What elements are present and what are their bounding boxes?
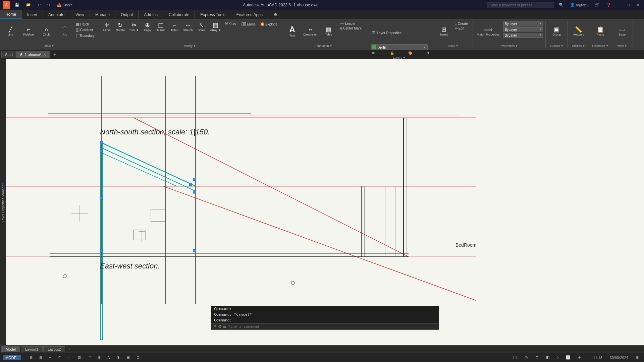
bylayer-color[interactable]: ByLayer▼ [503, 21, 543, 26]
groups-panel-title[interactable]: Groups ▼ [550, 44, 563, 48]
quick-access-open[interactable]: 📂 [24, 2, 33, 8]
status-viewcube[interactable]: ⬜ [563, 355, 573, 360]
help-button[interactable]: ❓ [604, 2, 613, 8]
quick-access-redo[interactable]: ↪ [45, 2, 52, 8]
status-workspace[interactable]: ⚙ [533, 355, 541, 360]
command-input-bar[interactable]: ✕ ⚙ ☰ [211, 323, 439, 329]
cad-drawing[interactable]: North-south section; scale: 1|150. East-… [6, 59, 644, 347]
tool-dimension[interactable]: ↔ Dimension [302, 21, 319, 42]
tool-measure[interactable]: 📏 Measure [570, 21, 587, 42]
status-dyn[interactable]: ⊕ [95, 355, 103, 360]
layout-tab-layout1[interactable]: Layout1 [21, 346, 43, 352]
quick-access-share[interactable]: 📤 Share [55, 2, 74, 8]
layout-tab-layout2[interactable]: Layout2 [43, 346, 65, 352]
layout-tab-model[interactable]: Model [1, 346, 20, 352]
add-layout-button[interactable]: ＋ [66, 346, 74, 352]
tool-erase[interactable]: ⌫Erase [239, 21, 257, 27]
quick-access-save[interactable]: 💾 [13, 2, 21, 8]
tool-edit-block[interactable]: ✏Edit [454, 26, 471, 31]
tool-07copy[interactable]: 07 Copy [224, 21, 238, 26]
tool-rotate[interactable]: ↻ Rotate [114, 21, 126, 33]
modify-panel-title[interactable]: Modify ▼ [184, 44, 196, 48]
drawing-area[interactable]: [-][Top][2D Wireframe] N W TOP WCS [6, 59, 644, 347]
tool-boundary[interactable]: ⬚Boundary [74, 33, 96, 38]
taskbar-start[interactable]: ⊞ [633, 355, 641, 360]
bylayer-linetype[interactable]: ByLayer▼ [503, 27, 543, 32]
clipboard-panel-title[interactable]: Clipboard ▼ [592, 44, 608, 48]
tool-group[interactable]: ▣ Group [548, 21, 565, 42]
annotation-panel-title[interactable]: Annotation ▼ [314, 44, 332, 48]
new-tab-button[interactable]: ＋ [50, 51, 60, 58]
tool-mirror[interactable]: ◫ Mirror [155, 21, 167, 33]
tool-circle[interactable]: ○ Circle [38, 21, 55, 42]
tool-arc[interactable]: ⌒ Arc [56, 21, 73, 42]
uhouse-tab-close[interactable]: ✕ [43, 53, 46, 57]
tool-array[interactable]: ▦ Array ▼ [209, 21, 222, 33]
tab-output[interactable]: Output [115, 10, 139, 19]
draw-panel-title[interactable]: Draw ▼ [44, 44, 54, 48]
tab-insert[interactable]: Insert [22, 10, 43, 19]
tab-view[interactable]: View [70, 10, 90, 19]
maximize-button[interactable]: □ [625, 2, 632, 8]
tool-move[interactable]: ✛ Move [101, 21, 113, 33]
tool-explode[interactable]: 💥Explode [258, 21, 279, 27]
tool-paste[interactable]: 📋 Paste [592, 21, 609, 42]
status-polar[interactable]: ↺ [55, 355, 63, 360]
tool-layer-properties[interactable]: ≡ Layer Properties [371, 23, 403, 43]
tool-base[interactable]: ▭ Base [614, 21, 631, 42]
user-account[interactable]: 👤 brgtab2 [568, 2, 590, 8]
cmd-settings-icon[interactable]: ⚙ [218, 324, 222, 329]
status-snap[interactable]: ⊟ [37, 355, 45, 360]
keyword-search[interactable] [487, 2, 554, 8]
properties-panel-title[interactable]: Properties ▼ [501, 44, 518, 48]
tab-manage[interactable]: Manage [90, 10, 115, 19]
tool-hatch[interactable]: ▦Hatch [74, 21, 96, 27]
status-lw[interactable]: A [105, 355, 112, 360]
tab-featuredapps[interactable]: Featured Apps [231, 10, 268, 19]
tool-polyline[interactable]: ⌐ Polyline [20, 21, 37, 42]
status-transparency[interactable]: ◑ [114, 355, 122, 360]
status-ducs[interactable]: ⬚ [85, 355, 94, 360]
status-isometric[interactable]: ◊ [554, 355, 561, 360]
layer-settings[interactable]: ⚙ [425, 51, 442, 55]
minimize-button[interactable]: ─ [616, 2, 623, 8]
status-annotation-scale[interactable]: 1:1 [509, 355, 520, 360]
command-input-field[interactable] [228, 324, 437, 329]
tool-line[interactable]: ╱ Line [2, 21, 19, 42]
autodesk-account[interactable]: 🛒 [593, 2, 602, 8]
block-panel-title[interactable]: Block ▼ [448, 44, 459, 48]
layer-selector[interactable]: perfil ▼ [371, 44, 428, 50]
tab-collaborate[interactable]: Collaborate [163, 10, 195, 19]
tool-insert[interactable]: ⊞ Insert [436, 21, 452, 42]
tab-home[interactable]: Home [0, 10, 22, 19]
status-annotation-visibility[interactable]: ◎ [522, 355, 531, 360]
status-selection[interactable]: ▣ [124, 355, 132, 360]
status-units[interactable]: ◧ [543, 355, 552, 360]
tool-scale[interactable]: ⤡ Scale [195, 21, 207, 33]
layer-color[interactable]: 🎨 [407, 51, 424, 55]
layer-lock[interactable]: 🔒 [389, 51, 406, 55]
utilities-panel-title[interactable]: Utilities ▼ [572, 44, 585, 48]
cmd-close-icon[interactable]: ✕ [213, 324, 217, 329]
tab-annotate[interactable]: Annotate [43, 10, 70, 19]
cmd-history-icon[interactable]: ☰ [223, 324, 227, 329]
tool-stretch[interactable]: ↔ Stretch [182, 21, 194, 33]
tab-addins[interactable]: Add-ins [139, 10, 163, 19]
tool-leader[interactable]: ⟼Leader [338, 21, 363, 26]
tool-trim[interactable]: ✂ Trim ▼ [128, 21, 140, 33]
tab-expresstools[interactable]: Express Tools [195, 10, 231, 19]
tool-copy[interactable]: ⊕ Copy [142, 21, 154, 33]
status-ortho[interactable]: ⌖ [46, 355, 54, 360]
close-button[interactable]: ✕ [635, 2, 641, 8]
view-panel-title[interactable]: View ▼ [617, 44, 627, 48]
status-model[interactable]: MODEL [3, 355, 21, 360]
status-isolate[interactable]: ◈ [575, 355, 583, 360]
status-gizmo[interactable]: ⊙ [134, 355, 142, 360]
tool-create-block[interactable]: □Create [454, 21, 471, 26]
tool-match-properties[interactable]: ⟹ Match Properties [476, 21, 501, 42]
left-panel-label[interactable]: Layer Properties Manager [0, 59, 6, 347]
layer-freeze[interactable]: ❄ [371, 51, 387, 55]
tool-fillet[interactable]: ⌐ Fillet [168, 21, 180, 33]
bylayer-lineweight[interactable]: ByLayer▼ [503, 33, 543, 38]
tool-centermark[interactable]: ⊕Center Mark [338, 26, 363, 31]
